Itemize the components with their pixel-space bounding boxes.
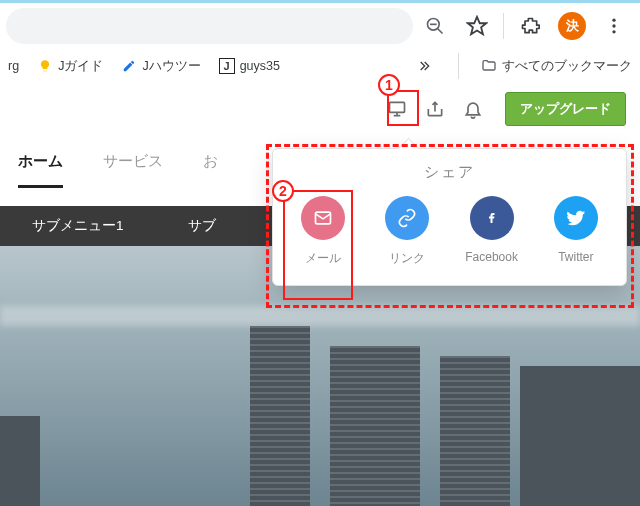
share-facebook-label: Facebook — [465, 250, 518, 264]
svg-point-6 — [612, 30, 615, 33]
share-mail[interactable]: メール — [287, 196, 359, 267]
bookmark-star-icon[interactable] — [457, 6, 497, 46]
overflow-chevrons-icon[interactable] — [412, 54, 436, 78]
all-bookmarks[interactable]: すべてのブックマーク — [481, 58, 632, 75]
share-link-label: リンク — [389, 250, 425, 267]
link-icon — [385, 196, 429, 240]
folder-icon — [481, 58, 497, 74]
lightbulb-icon — [37, 58, 53, 74]
bookmark-jhowto[interactable]: Jハウツー — [121, 58, 200, 75]
upgrade-button[interactable]: アップグレード — [505, 92, 626, 126]
svg-marker-3 — [468, 16, 486, 33]
submenu-item-2[interactable]: サブ — [156, 217, 248, 235]
tab-home[interactable]: ホーム — [18, 152, 63, 188]
facebook-icon — [470, 196, 514, 240]
svg-point-5 — [612, 24, 615, 27]
share-facebook[interactable]: Facebook — [456, 196, 528, 267]
pen-icon — [121, 58, 137, 74]
annotation-2-badge: 2 — [272, 180, 294, 202]
desktop-icon[interactable] — [381, 93, 413, 125]
extensions-icon[interactable] — [510, 6, 550, 46]
share-twitter[interactable]: Twitter — [540, 196, 612, 267]
address-bar[interactable] — [6, 8, 413, 44]
bookmark-guys35[interactable]: J guys35 — [219, 58, 280, 74]
share-twitter-label: Twitter — [558, 250, 593, 264]
bell-icon[interactable] — [457, 93, 489, 125]
bookmark-jguide[interactable]: Jガイド — [37, 58, 103, 75]
share-popover: シェア メール リンク Facebook — [272, 148, 627, 286]
svg-rect-7 — [390, 102, 405, 112]
share-title: シェア — [281, 163, 618, 182]
bookmark-rg[interactable]: rg — [8, 59, 19, 73]
submenu-item-1[interactable]: サブメニュー1 — [0, 217, 156, 235]
bookmarks-bar: rg Jガイド Jハウツー J guys35 すべてのブックマーク — [0, 48, 640, 84]
svg-point-4 — [612, 18, 615, 21]
menu-dots-icon[interactable] — [594, 6, 634, 46]
browser-toolbar: 決 — [0, 0, 640, 48]
mail-icon — [301, 196, 345, 240]
share-icon[interactable] — [419, 93, 451, 125]
profile-avatar[interactable]: 決 — [558, 12, 586, 40]
j-badge-icon: J — [219, 58, 235, 74]
page-content: アップグレード ホーム サービス お サブメニュー1 サブ シェア メール — [0, 84, 640, 506]
annotation-1-badge: 1 — [378, 74, 400, 96]
bookmarks-divider — [458, 53, 459, 79]
avatar-char: 決 — [566, 17, 579, 35]
zoom-out-icon[interactable] — [415, 6, 455, 46]
share-mail-label: メール — [305, 250, 341, 267]
tab-other[interactable]: お — [203, 152, 218, 188]
tab-service[interactable]: サービス — [103, 152, 163, 188]
toolbar-divider — [503, 13, 504, 39]
app-toolbar: アップグレード — [0, 84, 640, 134]
twitter-icon — [554, 196, 598, 240]
share-link[interactable]: リンク — [371, 196, 443, 267]
svg-line-1 — [438, 28, 443, 33]
